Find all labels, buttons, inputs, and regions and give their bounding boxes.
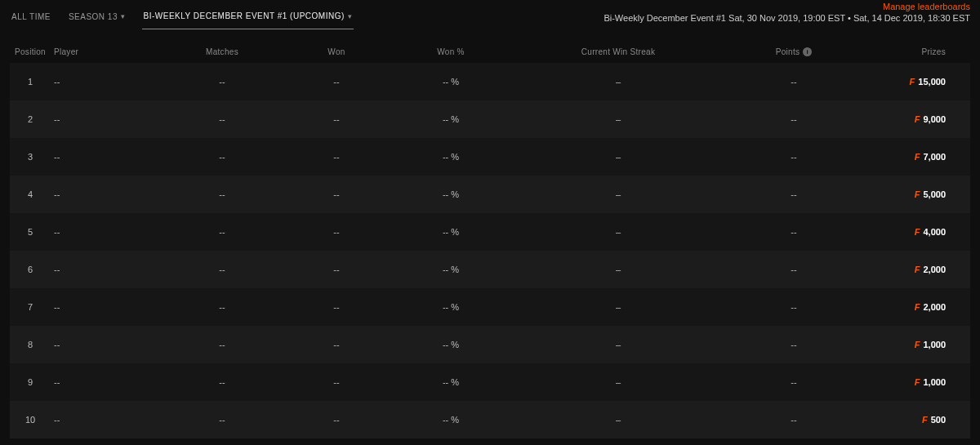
cell-player: -- [51,152,165,162]
cell-won: -- [279,302,394,312]
cell-wonpct: -- % [394,265,508,274]
currency-icon: F [915,377,920,387]
currency-icon: F [915,302,920,312]
cell-wonpct: -- % [394,377,508,387]
cell-wonpct: -- % [394,152,508,162]
col-header-prizes: Prizes [859,47,970,56]
cell-won: -- [279,377,394,387]
cell-points: -- [728,340,859,349]
prize-amount: 500 [931,415,946,425]
table-row[interactable]: 8-------- %–--F1,000 [10,326,970,363]
cell-position: 1 [10,77,51,87]
cell-points: -- [728,227,859,237]
cell-player: -- [51,227,165,237]
prize-amount: 9,000 [923,114,946,124]
info-icon[interactable]: i [803,47,812,56]
cell-player: -- [51,377,165,387]
tab-event[interactable]: BI-WEEKLY DECEMBER EVENT #1 (UPCOMING) ▾ [142,7,354,29]
cell-position: 2 [10,114,51,124]
header-meta: Manage leaderboards Bi-Weekly December E… [604,2,970,23]
col-header-points: Points i [728,47,859,56]
cell-streak: – [508,302,728,312]
prize-amount: 4,000 [923,227,946,237]
cell-wonpct: -- % [394,77,508,87]
table-row[interactable]: 1-------- %–--F15,000 [10,63,970,100]
cell-points: -- [728,77,859,87]
cell-player: -- [51,415,165,425]
cell-prize: F1,000 [859,340,970,349]
event-info: Bi-Weekly December Event #1 Sat, 30 Nov … [604,13,970,23]
cell-wonpct: -- % [394,415,508,425]
tabs: ALL TIME SEASON 13 ▾ BI-WEEKLY DECEMBER … [10,7,354,29]
col-header-player: Player [51,47,165,56]
cell-player: -- [51,77,165,87]
currency-icon: F [915,152,920,162]
cell-won: -- [279,189,394,199]
tab-label: SEASON 13 [69,12,118,21]
cell-prize: F5,000 [859,189,970,199]
cell-wonpct: -- % [394,114,508,124]
cell-points: -- [728,265,859,274]
cell-streak: – [508,152,728,162]
tab-season[interactable]: SEASON 13 ▾ [67,7,127,29]
cell-won: -- [279,340,394,349]
tab-all-time[interactable]: ALL TIME [10,7,52,29]
cell-points: -- [728,152,859,162]
cell-matches: -- [165,189,279,199]
cell-won: -- [279,152,394,162]
cell-won: -- [279,265,394,274]
points-label: Points [776,47,800,56]
cell-prize: F2,000 [859,302,970,312]
table-row[interactable]: 2-------- %–--F9,000 [10,100,970,138]
manage-leaderboards-link[interactable]: Manage leaderboards [604,2,970,11]
cell-wonpct: -- % [394,227,508,237]
cell-position: 3 [10,152,51,162]
col-header-wonpct: Won % [394,47,508,56]
table-row[interactable]: 7-------- %–--F2,000 [10,288,970,326]
col-header-position: Position [10,47,51,56]
cell-streak: – [508,114,728,124]
cell-streak: – [508,265,728,274]
cell-position: 10 [10,415,51,425]
cell-won: -- [279,114,394,124]
currency-icon: F [915,340,920,349]
table-row[interactable]: 4-------- %–--F5,000 [10,176,970,213]
cell-streak: – [508,189,728,199]
table-row[interactable]: 6-------- %–--F2,000 [10,251,970,288]
chevron-down-icon: ▾ [121,12,126,20]
table-row[interactable]: 9-------- %–--F1,000 [10,363,970,401]
currency-icon: F [922,415,928,425]
cell-player: -- [51,340,165,349]
cell-matches: -- [165,152,279,162]
table-body: 1-------- %–--F15,0002-------- %–--F9,00… [10,63,970,438]
cell-player: -- [51,302,165,312]
tab-label: BI-WEEKLY DECEMBER EVENT #1 (UPCOMING) [144,11,345,20]
cell-position: 4 [10,189,51,199]
cell-wonpct: -- % [394,189,508,199]
col-header-matches: Matches [165,47,279,56]
cell-prize: F4,000 [859,227,970,237]
table-header-row: Position Player Matches Won Won % Curren… [10,41,970,63]
cell-streak: – [508,415,728,425]
cell-matches: -- [165,302,279,312]
prize-amount: 15,000 [918,77,946,87]
prize-amount: 1,000 [923,377,946,387]
cell-won: -- [279,77,394,87]
leaderboard-table: Position Player Matches Won Won % Curren… [0,33,980,438]
cell-player: -- [51,114,165,124]
cell-position: 8 [10,340,51,349]
cell-prize: F15,000 [859,77,970,87]
cell-points: -- [728,114,859,124]
cell-prize: F9,000 [859,114,970,124]
chevron-down-icon: ▾ [348,12,353,20]
cell-matches: -- [165,265,279,274]
cell-matches: -- [165,377,279,387]
cell-player: -- [51,189,165,199]
table-row[interactable]: 5-------- %–--F4,000 [10,213,970,251]
prize-amount: 2,000 [923,302,946,312]
cell-streak: – [508,340,728,349]
table-row[interactable]: 10-------- %–--F500 [10,401,970,438]
table-row[interactable]: 3-------- %–--F7,000 [10,138,970,176]
cell-matches: -- [165,114,279,124]
cell-streak: – [508,377,728,387]
